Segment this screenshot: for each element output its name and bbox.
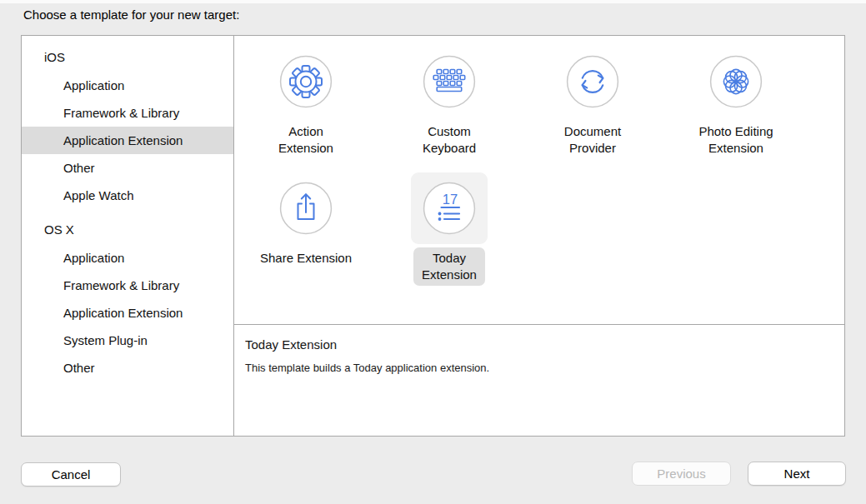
sync-arrows-icon xyxy=(554,46,631,117)
keyboard-icon xyxy=(411,46,488,117)
sidebar: iOS Application Framework & Library Appl… xyxy=(22,36,234,436)
template-action-extension[interactable]: Action Extension xyxy=(234,36,378,162)
template-photo-editing-extension[interactable]: Photo Editing Extension xyxy=(664,36,808,162)
template-share-extension[interactable]: Share Extension xyxy=(234,162,378,286)
template-custom-keyboard[interactable]: Custom Keyboard xyxy=(378,36,521,162)
sidebar-item-ios-apple-watch[interactable]: Apple Watch xyxy=(22,182,233,209)
sidebar-item-osx-system-plugin[interactable]: System Plug-in xyxy=(22,327,233,354)
dialog-title: Choose a template for your new target: xyxy=(23,7,239,22)
sidebar-item-osx-application-extension[interactable]: Application Extension xyxy=(22,299,233,327)
template-label: Action Extension xyxy=(270,121,342,159)
template-panel: Action Extension xyxy=(234,36,844,436)
cancel-button[interactable]: Cancel xyxy=(21,462,121,487)
description-heading: Today Extension xyxy=(245,337,829,352)
description-body: This template builds a Today application… xyxy=(245,362,829,374)
previous-button[interactable]: Previous xyxy=(632,462,731,486)
sidebar-item-osx-framework-library[interactable]: Framework & Library xyxy=(22,272,233,299)
template-description: Today Extension This template builds a T… xyxy=(234,325,844,374)
sidebar-item-ios-application-extension[interactable]: Application Extension xyxy=(22,127,233,154)
template-chooser-dialog: iOS Application Framework & Library Appl… xyxy=(21,35,845,437)
sidebar-item-osx-application[interactable]: Application xyxy=(22,244,233,272)
template-label: Share Extension xyxy=(252,247,360,269)
svg-text:17: 17 xyxy=(443,192,458,207)
sidebar-item-ios-application[interactable]: Application xyxy=(22,72,233,99)
sidebar-item-ios-framework-library[interactable]: Framework & Library xyxy=(22,99,233,127)
sidebar-item-ios-other[interactable]: Other xyxy=(22,154,233,182)
share-icon xyxy=(268,172,344,244)
sidebar-section-osx: OS X xyxy=(22,215,233,244)
flower-icon xyxy=(698,46,774,117)
gear-icon xyxy=(268,46,344,117)
template-label: Document Provider xyxy=(556,121,629,159)
template-label: Today Extension xyxy=(413,247,485,286)
template-grid: Action Extension xyxy=(234,36,844,325)
calendar-17-icon: 17 xyxy=(411,172,488,244)
template-document-provider[interactable]: Document Provider xyxy=(521,36,664,162)
next-button[interactable]: Next xyxy=(748,462,846,486)
sidebar-item-osx-other[interactable]: Other xyxy=(22,354,233,382)
sidebar-section-ios: iOS xyxy=(22,42,233,72)
template-label: Photo Editing Extension xyxy=(690,121,781,159)
template-today-extension[interactable]: 17 Today Extension xyxy=(378,162,521,286)
template-label: Custom Keyboard xyxy=(414,121,484,159)
